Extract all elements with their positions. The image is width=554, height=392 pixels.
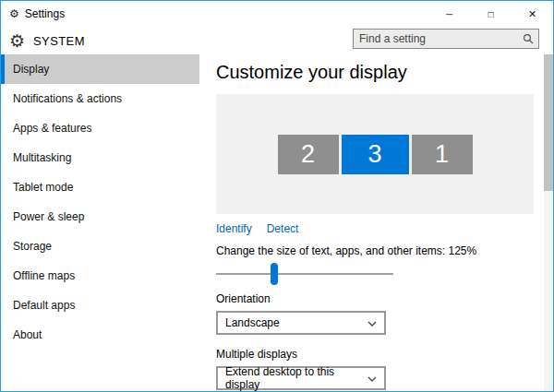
titlebar-left: ⚙ Settings bbox=[1, 7, 428, 20]
body-area: Display Notifications & actions Apps & f… bbox=[1, 54, 553, 391]
detect-link[interactable]: Detect bbox=[267, 222, 299, 235]
scale-label: Change the size of text, apps, and other… bbox=[216, 244, 553, 257]
search-icon[interactable] bbox=[518, 33, 538, 44]
sidebar-item-offline-maps[interactable]: Offline maps bbox=[1, 261, 199, 291]
orientation-dropdown[interactable]: Landscape bbox=[216, 311, 386, 335]
sidebar-item-power-sleep[interactable]: Power & sleep bbox=[1, 202, 199, 232]
sidebar-item-about[interactable]: About bbox=[1, 320, 199, 350]
identify-link[interactable]: Identify bbox=[216, 222, 252, 235]
page-title: SYSTEM bbox=[33, 34, 85, 48]
main-content: Customize your display 2 3 1 Identify De… bbox=[199, 54, 553, 391]
sidebar-item-notifications[interactable]: Notifications & actions bbox=[1, 84, 199, 113]
scale-slider[interactable] bbox=[216, 263, 393, 285]
search-input[interactable] bbox=[354, 32, 518, 45]
monitor-arrangement-panel: 2 3 1 bbox=[216, 94, 534, 214]
scrollbar[interactable] bbox=[544, 54, 553, 391]
window-title: Settings bbox=[25, 7, 65, 20]
content-heading: Customize your display bbox=[216, 62, 553, 83]
close-button[interactable]: ✕ bbox=[512, 1, 553, 27]
sidebar: Display Notifications & actions Apps & f… bbox=[1, 54, 199, 391]
sidebar-item-default-apps[interactable]: Default apps bbox=[1, 291, 199, 320]
slider-track[interactable] bbox=[216, 273, 393, 275]
window-controls: ─ □ ✕ bbox=[428, 1, 553, 27]
minimize-button[interactable]: ─ bbox=[428, 1, 470, 27]
sidebar-item-tablet-mode[interactable]: Tablet mode bbox=[1, 172, 199, 202]
scrollbar-thumb[interactable] bbox=[544, 54, 553, 191]
slider-thumb[interactable] bbox=[271, 263, 278, 285]
orientation-label: Orientation bbox=[216, 292, 553, 305]
multiple-displays-dropdown[interactable]: Extend desktop to this display bbox=[216, 366, 386, 390]
orientation-value: Landscape bbox=[225, 316, 280, 329]
sidebar-item-storage[interactable]: Storage bbox=[1, 232, 199, 261]
settings-gear-icon: ⚙ bbox=[9, 7, 19, 20]
sidebar-item-multitasking[interactable]: Multitasking bbox=[1, 143, 199, 172]
settings-window: ⚙ Settings ─ □ ✕ ⚙ SYSTEM Display Notifi… bbox=[0, 0, 554, 392]
monitor-1[interactable]: 1 bbox=[412, 135, 473, 174]
monitor-links: Identify Detect bbox=[216, 222, 553, 235]
multiple-displays-label: Multiple displays bbox=[216, 348, 553, 361]
maximize-button[interactable]: □ bbox=[470, 1, 512, 27]
search-box[interactable] bbox=[353, 29, 539, 49]
chevron-down-icon bbox=[367, 316, 377, 329]
monitor-2[interactable]: 2 bbox=[278, 135, 339, 174]
system-gear-icon: ⚙ bbox=[9, 32, 25, 50]
titlebar: ⚙ Settings ─ □ ✕ bbox=[1, 1, 553, 27]
page-header: ⚙ SYSTEM bbox=[1, 27, 553, 54]
sidebar-item-apps-features[interactable]: Apps & features bbox=[1, 113, 199, 143]
chevron-down-icon bbox=[367, 372, 377, 385]
sidebar-item-display[interactable]: Display bbox=[1, 54, 199, 84]
multiple-displays-value: Extend desktop to this display bbox=[225, 365, 367, 391]
monitor-3[interactable]: 3 bbox=[342, 135, 409, 174]
